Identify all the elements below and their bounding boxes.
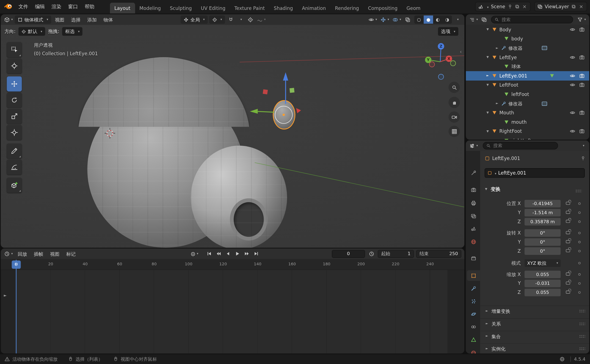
- animate-dot[interactable]: [578, 291, 581, 294]
- outliner-row-body[interactable]: Body: [466, 25, 589, 34]
- location-x-field[interactable]: -0.41945: [525, 200, 561, 207]
- axis-z-ball[interactable]: Z: [438, 43, 444, 49]
- frame-start-field[interactable]: 起始 1: [378, 250, 414, 258]
- expand-icon[interactable]: [485, 111, 491, 115]
- tab-scene[interactable]: [467, 223, 480, 234]
- search-input[interactable]: [501, 16, 570, 23]
- hide-viewport-icon[interactable]: [570, 110, 575, 116]
- menu-object[interactable]: 物体: [100, 17, 116, 23]
- tab-constraints[interactable]: [467, 321, 480, 332]
- scale-z-field[interactable]: 0.055: [525, 289, 561, 296]
- menu-render[interactable]: 渲染: [48, 4, 65, 10]
- properties-search[interactable]: [483, 142, 558, 149]
- menu-select[interactable]: 选择: [68, 17, 84, 23]
- rotation-x-field[interactable]: 0°: [525, 229, 561, 237]
- animate-dot[interactable]: [578, 232, 581, 234]
- menu-help[interactable]: 帮助: [81, 4, 98, 10]
- display-mode-button[interactable]: [480, 15, 488, 24]
- menu-file[interactable]: 文件: [15, 4, 32, 10]
- expand-icon[interactable]: [485, 129, 491, 133]
- tool-annotate[interactable]: [7, 144, 22, 159]
- tool-select-box[interactable]: [7, 42, 22, 57]
- outliner-row-body-mesh[interactable]: body: [466, 34, 589, 43]
- animate-dot[interactable]: [578, 273, 581, 275]
- drag-handle-icon[interactable]: [579, 309, 585, 313]
- menu-window[interactable]: 窗口: [65, 4, 81, 10]
- disable-render-icon[interactable]: [579, 73, 585, 79]
- axis-neg-y-ball[interactable]: [450, 60, 456, 66]
- proportional-falloff-dropdown[interactable]: [256, 15, 267, 24]
- tab-particles[interactable]: [467, 296, 480, 306]
- disable-render-icon[interactable]: [579, 82, 585, 88]
- move-gizmo-plane-y[interactable]: [290, 88, 294, 93]
- menu-playback[interactable]: 回放: [15, 251, 30, 257]
- lock-icon[interactable]: [566, 231, 570, 234]
- disable-render-icon[interactable]: [579, 110, 585, 116]
- move-gizmo-y-arrow[interactable]: [250, 109, 274, 114]
- hide-viewport-icon[interactable]: [570, 54, 575, 60]
- play-reverse-button[interactable]: [224, 250, 232, 258]
- timeline-ruler[interactable]: 0 20 40 60 80 100 120 140 160 180 200 22…: [1, 259, 464, 270]
- rotation-y-field[interactable]: 0°: [525, 238, 561, 246]
- axis-neg-x-ball[interactable]: [429, 62, 435, 67]
- view-layer-name[interactable]: ViewLayer: [545, 4, 569, 10]
- workspace-tab-shading[interactable]: Shading: [269, 3, 297, 14]
- animate-dot[interactable]: [578, 220, 581, 223]
- outliner-row-lefteye-001-selected[interactable]: LeftEye.001: [466, 71, 589, 81]
- view-layer-selector[interactable]: ViewLayer ×: [534, 2, 587, 11]
- outliner-search[interactable]: [491, 16, 573, 23]
- drag-handle-icon[interactable]: [579, 322, 585, 326]
- drag-handle-icon[interactable]: [575, 189, 582, 193]
- playhead[interactable]: [16, 260, 16, 354]
- outliner-row-modifiers[interactable]: 修改器: [466, 43, 589, 53]
- drag-handle-icon[interactable]: [579, 335, 585, 338]
- shading-solid-button[interactable]: ●: [424, 15, 433, 24]
- workspace-tab-layout[interactable]: Layout: [110, 3, 135, 14]
- menu-edit[interactable]: 编辑: [32, 4, 48, 10]
- expand-icon[interactable]: [485, 74, 491, 78]
- outliner-row-lefteye[interactable]: LeftEye: [466, 53, 589, 62]
- editor-type-button[interactable]: [3, 15, 14, 24]
- lock-icon[interactable]: [566, 202, 570, 205]
- hide-viewport-icon[interactable]: [570, 82, 575, 88]
- timeline-canvas[interactable]: ►: [1, 270, 464, 354]
- search-input[interactable]: [493, 143, 555, 149]
- expand-icon[interactable]: [483, 187, 489, 191]
- breadcrumb-object[interactable]: LeftEye.001: [492, 155, 520, 161]
- drag-selector[interactable]: 框选: [62, 27, 82, 36]
- workspace-tab-compositing[interactable]: Compositing: [363, 3, 402, 14]
- disable-render-icon[interactable]: [579, 27, 585, 32]
- expand-icon[interactable]: [494, 46, 500, 50]
- preview-range-toggle[interactable]: [367, 250, 376, 258]
- tab-modifiers[interactable]: [467, 283, 480, 294]
- transform-panel-header[interactable]: 变换: [483, 186, 585, 192]
- pivot-point-selector[interactable]: [209, 15, 225, 24]
- mode-selector[interactable]: 物体模式: [15, 15, 51, 24]
- expand-icon[interactable]: [484, 347, 490, 350]
- unlink-scene-icon[interactable]: ×: [522, 4, 527, 9]
- tool-move[interactable]: [7, 76, 22, 92]
- section-relations[interactable]: 关系: [480, 318, 589, 329]
- disable-render-icon[interactable]: [579, 128, 585, 134]
- snap-settings-dropdown[interactable]: [236, 15, 245, 24]
- snap-toggle[interactable]: [227, 15, 235, 24]
- drag-handle-icon[interactable]: [579, 347, 585, 350]
- scene-selector[interactable]: Scene ×: [475, 2, 530, 11]
- outliner-row-sphere-mesh[interactable]: 球体: [466, 62, 589, 71]
- tool-cursor[interactable]: [7, 58, 22, 73]
- zoom-button[interactable]: [448, 82, 460, 93]
- animate-dot[interactable]: [578, 203, 581, 205]
- outliner-row-mouth-mesh[interactable]: mouth: [466, 117, 589, 127]
- menu-view[interactable]: 视图: [52, 17, 67, 23]
- jump-to-start-button[interactable]: [205, 250, 213, 258]
- workspace-tab-sculpting[interactable]: Sculpting: [165, 3, 196, 14]
- jump-to-end-button[interactable]: [252, 250, 260, 258]
- tab-view-layer[interactable]: [467, 211, 480, 221]
- tab-world[interactable]: [467, 236, 480, 247]
- rotation-mode-dropdown[interactable]: XYZ 欧拉: [525, 259, 561, 267]
- tab-tool[interactable]: [467, 167, 480, 178]
- scene-dropdown-icon[interactable]: [486, 4, 489, 10]
- pin-icon[interactable]: [581, 156, 586, 161]
- disable-render-icon[interactable]: [579, 54, 585, 60]
- new-view-layer-icon[interactable]: [571, 4, 576, 9]
